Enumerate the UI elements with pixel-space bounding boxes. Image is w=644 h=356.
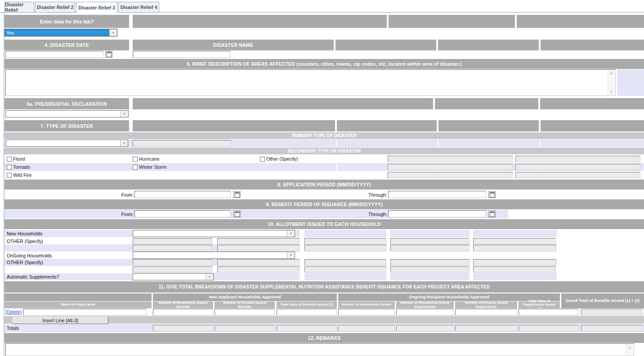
other-amount-input [133,238,212,244]
benefit-through-calendar-button[interactable] [488,211,496,217]
textarea-scrollbar[interactable]: ˄ [626,344,633,355]
totals-households-supplements [396,325,454,331]
other-amount-input [217,259,300,266]
other-specify-label: OTHER (Specify) [7,239,43,244]
chevron-down-icon[interactable]: ˅ [287,230,295,237]
tab-disaster-relief[interactable]: Disaster Relief [4,2,34,12]
scroll-up-icon[interactable]: ˄ [608,70,615,77]
calendar-icon [235,212,240,217]
application-from-input[interactable] [134,191,231,198]
header-cell-empty [337,120,437,131]
col-header-households-issued: Number of Households Issued Benefits [153,302,213,308]
tab-disaster-relief-2[interactable]: Disaster Relief 2 [35,2,75,12]
flood-checkbox-item: Flood [7,156,25,162]
remarks-textarea[interactable]: ˄ [5,343,634,356]
application-period-header: 8. APPLICATION PERIOD (MM/DD/YYYY) [4,180,644,189]
chevron-down-icon[interactable]: ˅ [287,252,295,258]
calendar-icon [107,52,112,57]
textarea-scrollbar[interactable]: ˄ ˅ [608,70,615,95]
from-label: From: [89,212,134,217]
wild-fire-checkbox[interactable] [7,173,12,178]
presidential-declaration-select[interactable]: ˅ [5,110,129,117]
disaster-date-calendar-button[interactable] [105,51,112,58]
enter-data-label: Enter data for this tab? [40,19,94,24]
other-amount-input [304,259,386,266]
persons-supplements-input[interactable] [455,309,517,315]
disaster-name-input[interactable] [133,51,230,58]
enter-data-header: Enter data for this tab? [4,15,129,28]
areas-affected-textarea[interactable]: ˄ ˅ [5,69,616,96]
other-amount-input [473,259,556,266]
primary-type-header: PRIMARY TYPE OF DISASTER [4,132,644,139]
secondary-type-row-1: Flood Hurricane Other (Specify) [4,155,644,163]
allotment-row [473,273,557,280]
enter-data-select[interactable]: Yes ˅ [4,29,117,36]
tab-label: Disaster Relief 4 [121,5,157,10]
total-value-1-input[interactable] [277,309,337,315]
primary-type-row [438,140,540,147]
application-from-calendar-button[interactable] [233,191,241,198]
tab-label: Disaster Relief [5,2,34,13]
primary-type-select[interactable]: ˅ [6,140,128,147]
other-amount-input [304,245,386,251]
total-value-2-input[interactable] [519,309,578,315]
other-specify-input [515,164,640,170]
benefit-through-input[interactable] [388,210,486,217]
totals-total-value-1 [277,325,337,331]
other-specify-input [388,164,513,170]
col-header-total-value-1: Total Value of Benefits Issued (1) [277,302,337,308]
chevron-down-icon[interactable]: ˅ [109,29,117,36]
benefit-from-calendar-button[interactable] [233,211,241,217]
grand-total-header: Grand Total of Benefits Issued (1) + (2) [561,293,644,308]
new-households-select[interactable]: ˅ [133,230,295,237]
flood-checkbox[interactable] [7,157,12,162]
winter-storm-checkbox[interactable] [133,165,138,170]
other-checkbox-item: Other (Specify) [260,156,298,162]
header-cell-empty [133,120,335,131]
type-of-disaster-header: 7. TYPE OF DISASTER [4,120,129,131]
presidential-declaration-header: 6a. PRESIDENTIAL DECLARATION [4,98,129,109]
households-denied-input[interactable] [338,309,395,315]
through-label: Through: [342,212,387,217]
scroll-up-icon[interactable]: ˄ [626,344,633,351]
allotment-row [304,273,386,280]
header-cell-empty [540,98,644,109]
insert-line-button[interactable]: Insert Line [Alt-3] [12,316,108,324]
chevron-down-icon[interactable]: ˅ [206,274,213,280]
header-cell-empty [438,40,539,50]
chevron-down-icon[interactable]: ˅ [120,140,128,146]
calendar-icon [235,192,240,198]
application-through-calendar-button[interactable] [488,191,496,198]
tab-disaster-relief-4[interactable]: Disaster Relief 4 [118,2,159,12]
application-through-input[interactable] [388,191,486,198]
header-cell-empty [389,15,515,28]
tornado-label: Tornado [13,164,30,170]
other-specify-input [388,172,513,178]
other-amount-input [304,266,386,273]
delete-row-link[interactable]: [Delete] [5,309,22,315]
primary-type-row [337,140,438,147]
benefit-from-input[interactable] [134,210,231,217]
secondary-type-row-2 [4,163,336,171]
automatic-supplements-select[interactable]: ˅ [133,273,214,280]
ongoing-households-select[interactable]: ˅ [133,252,295,259]
project-area-name-input[interactable] [23,309,147,315]
households-issued-input[interactable] [153,309,213,315]
col-header-households-supplements: Number of Households Issued Supplements [396,302,454,308]
chevron-down-icon[interactable]: ˅ [121,111,128,117]
other-specify-input [515,172,640,178]
other-amount-input [390,245,470,251]
hurricane-checkbox[interactable] [133,157,138,162]
disaster-date-input[interactable] [5,51,103,58]
wild-fire-checkbox-item: Wild Fire [7,172,31,178]
ongoing-households-label: OnGoing Households [7,253,52,258]
tab-disaster-relief-3[interactable]: Disaster Relief 3 [76,2,117,13]
tornado-checkbox[interactable] [7,165,12,170]
primary-type-row [541,140,644,147]
other-amount-input [217,266,300,273]
scroll-down-icon[interactable]: ˅ [608,89,615,95]
households-supplements-input[interactable] [396,309,454,315]
persons-issued-input[interactable] [215,309,275,315]
totals-persons-supplements [455,325,517,331]
other-checkbox[interactable] [260,157,265,162]
